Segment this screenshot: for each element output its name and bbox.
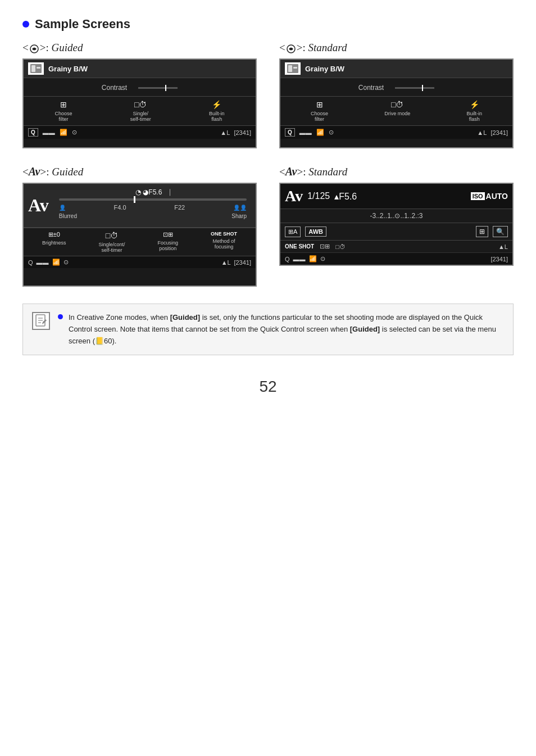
cam-status-bar-2: Q ▬▬ 📶 ⊙ ▲L [2341] (280, 126, 512, 139)
screen-label-guided-filter: <>: Guided (22, 42, 257, 54)
cam-top-bar: Grainy B/W (24, 60, 256, 78)
filter-name-2: Grainy B/W (305, 65, 344, 73)
icon-method-focusing: ONE SHOT Method offocusing (211, 231, 237, 253)
contrast-row-2: Contrast (280, 78, 512, 96)
filter-icon-svg-2 (287, 64, 299, 74)
q-button: Q (28, 128, 38, 137)
svg-rect-2 (31, 65, 35, 72)
note-icon-svg (34, 314, 48, 328)
av-std-row2: ⊞A AWB ⊞ 🔍 (280, 223, 512, 241)
face-blurred-icon: 👤 (59, 205, 66, 211)
av-std-status: Q ▬▬ 📶 ⊙ [2341] (280, 253, 512, 265)
svg-rect-7 (293, 67, 297, 69)
note-content: In Creative Zone modes, when [Guided] is… (58, 312, 504, 347)
icon-focusing-position: ⊡⊞ Focusingposition (157, 231, 178, 253)
grid-icon: ⊞ (476, 226, 488, 237)
icon-built-in-flash-2: ⚡ Built-inflash (466, 100, 482, 122)
screen-block-guided-av: <Av>: Guided Av ◔ ◕F5.6 ⎹ 👤 F4.0 F22 (22, 165, 257, 287)
iso-label: ISO (471, 192, 485, 200)
q-button-4: Q (285, 256, 290, 262)
contrast-indicator (165, 85, 166, 91)
magnify-icon: 🔍 (493, 226, 508, 237)
cam-top-bar-2: Grainy B/W (280, 60, 512, 78)
eval-icon: ⊞A (285, 227, 301, 237)
filter-name: Grainy B/W (48, 65, 88, 73)
screen-label-guided-av: <Av>: Guided (22, 165, 257, 178)
note-bullet-dot (58, 314, 63, 319)
svg-rect-6 (288, 65, 292, 72)
av-std-screen: Av 1/125 ▴F5.6 ISO AUTO -3..2..1..⊙..1..… (279, 183, 514, 266)
cam-icons-row-1: ⊞ Choosefilter □⏱ Single/self-timer ⚡ Bu… (24, 96, 256, 126)
cam-status-bar-1: Q ▬▬ 📶 ⊙ ▲L [2341] (24, 126, 256, 139)
av-icons-row: ⊞±0 Brightness □⏱ Single/cont/self-timer… (24, 228, 256, 256)
icon-built-in-flash: ⚡ Built-inflash (209, 100, 225, 122)
grid-sym: ⊡⊞ (320, 243, 330, 250)
al-sym: ▲L (498, 243, 508, 250)
shutter-val: 1/125 (307, 191, 330, 201)
av-big-label: Av (28, 195, 49, 216)
awb-icon: AWB (305, 227, 326, 237)
aperture-center-val: ◔ ◕F5.6 ⎹ (54, 188, 251, 196)
av-status-bar: Q ▬▬ 📶 ⊙ ▲L [2341] (24, 256, 256, 268)
screens-grid: <>: Guided Grainy B/W Contrast (22, 42, 514, 287)
q-button-3: Q (28, 259, 33, 266)
face-sharp-icon: 👤👤 (233, 205, 247, 211)
note-bullet: In Creative Zone modes, when [Guided] is… (58, 312, 504, 347)
filter-icon-box-2 (285, 62, 301, 75)
page-number: 52 (22, 378, 514, 396)
scene-icon-2 (286, 44, 296, 54)
av-std-big: Av (285, 187, 303, 205)
filter-icon-box (28, 62, 44, 75)
icon-choose-filter: ⊞ Choosefilter (55, 100, 72, 122)
svg-rect-3 (37, 67, 40, 69)
blur-sharp-labels: Blurred Sharp (54, 212, 251, 223)
blurred-label: Blurred (59, 213, 77, 219)
av-slider (54, 197, 251, 202)
screen-block-guided-filter: <>: Guided Grainy B/W Contrast (22, 42, 257, 148)
screen-block-standard-filter: <>: Standard Grainy B/W Contrast (279, 42, 514, 148)
icon-single-timer: □⏱ Single/self-timer (130, 100, 151, 122)
section-title-text: Sample Screens (35, 17, 130, 31)
icon-drive-mode: □⏱ Drive mode (384, 100, 410, 122)
guided-bold-2: [Guided] (350, 325, 380, 333)
one-shot-label: ONE SHOT (285, 243, 314, 250)
iso-value: AUTO (486, 192, 508, 201)
av-std-scale: -3..2..1..⊙..1..2.:3 (280, 209, 512, 223)
contrast-bar-2 (395, 87, 434, 89)
sharp-label: Sharp (231, 213, 247, 219)
note-box: In Creative Zone modes, when [Guided] is… (22, 304, 514, 355)
screen-label-standard-filter: <>: Standard (279, 42, 514, 54)
f-min-val: F4.0 (113, 204, 126, 211)
guided-bold-1: [Guided] (170, 313, 200, 322)
scene-icon (29, 44, 39, 54)
cam-icons-row-2: ⊞ Choosefilter □⏱ Drive mode ⚡ Built-inf… (280, 96, 512, 126)
f-max-val: F22 (174, 204, 185, 211)
av-std-row3: ONE SHOT ⊡⊞ □⏱ ▲L (280, 241, 512, 253)
av-std-top: Av 1/125 ▴F5.6 ISO AUTO (280, 184, 512, 209)
screen-block-standard-av: <Av>: Standard Av 1/125 ▴F5.6 ISO AUTO -… (279, 165, 514, 287)
contrast-indicator-2 (422, 85, 423, 91)
icon-brightness: ⊞±0 Brightness (42, 231, 66, 253)
av-top: Av ◔ ◕F5.6 ⎹ 👤 F4.0 F22 👤👤 (24, 184, 256, 228)
contrast-row: Contrast (24, 78, 256, 96)
note-text: In Creative Zone modes, when [Guided] is… (69, 312, 504, 347)
av-screen-guided: Av ◔ ◕F5.6 ⎹ 👤 F4.0 F22 👤👤 (22, 183, 257, 287)
note-icon (32, 312, 50, 330)
bullet-dot (22, 21, 29, 28)
filter-icon-svg (30, 64, 42, 74)
cam-screen-standard-filter: Grainy B/W Contrast ⊞ Choosefilter □⏱ Dr… (279, 58, 514, 148)
screen-label-standard-av: <Av>: Standard (279, 165, 514, 178)
icon-single-cont: □⏱ Single/cont/self-timer (98, 231, 125, 253)
q-button-2: Q (285, 128, 295, 137)
contrast-label: Contrast (102, 84, 127, 92)
drive-sym: □⏱ (335, 243, 346, 250)
contrast-bar (138, 87, 178, 89)
cam-screen-guided-filter: Grainy B/W Contrast ⊞ Choosefilter □⏱ Si… (22, 58, 257, 148)
section-title: Sample Screens (22, 17, 514, 31)
aperture-val: ▴F5.6 (334, 191, 357, 202)
av-faces-row: 👤 F4.0 F22 👤👤 (54, 202, 251, 212)
icon-choose-filter-2: ⊞ Choosefilter (311, 100, 328, 122)
av-slider-thumb (134, 196, 135, 203)
